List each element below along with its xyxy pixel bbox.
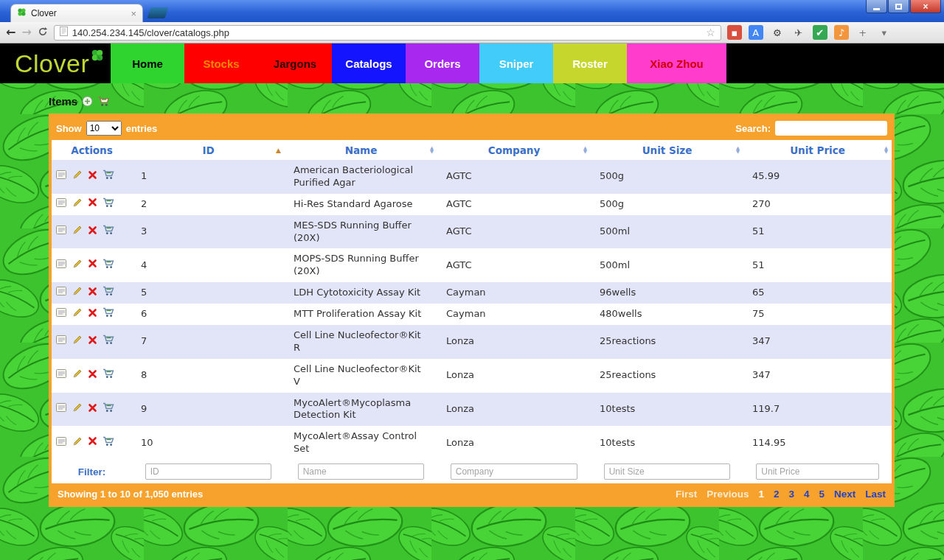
page-4[interactable]: 4 xyxy=(804,489,810,500)
address-bar[interactable]: 140.254.234.145/clover/catalogs.php ☆ xyxy=(54,25,721,41)
nav-sniper[interactable]: Sniper xyxy=(479,43,553,83)
nav-orders[interactable]: Orders xyxy=(406,43,479,83)
delete-icon[interactable] xyxy=(88,170,97,183)
green-extension-icon[interactable]: ✔ xyxy=(813,25,827,40)
edit-icon[interactable] xyxy=(72,307,83,321)
new-tab-button[interactable] xyxy=(148,7,169,18)
tab-close-icon[interactable]: × xyxy=(131,9,136,18)
delete-icon[interactable] xyxy=(88,335,97,349)
filter-unit-size-input[interactable] xyxy=(604,463,731,480)
pagination-last[interactable]: Last xyxy=(865,489,886,500)
add-to-cart-icon[interactable] xyxy=(103,286,115,300)
search-input[interactable] xyxy=(775,121,887,136)
edit-icon[interactable] xyxy=(72,169,83,183)
add-to-cart-icon[interactable] xyxy=(103,169,115,183)
filter-name-input[interactable] xyxy=(298,463,425,480)
delete-icon[interactable] xyxy=(88,225,97,239)
window-minimize-button[interactable] xyxy=(866,0,887,13)
delete-icon[interactable] xyxy=(88,259,97,272)
add-to-cart-icon[interactable] xyxy=(103,368,115,382)
view-icon[interactable] xyxy=(56,402,67,416)
cell-name: American Bacteriological Purified Agar xyxy=(285,160,437,194)
clover-logo[interactable]: Clover xyxy=(0,43,111,83)
edit-icon[interactable] xyxy=(72,225,83,239)
nav-xiao-zhou[interactable]: Xiao Zhou xyxy=(627,43,726,83)
view-icon[interactable] xyxy=(56,368,67,382)
view-icon[interactable] xyxy=(56,286,67,300)
add-to-cart-icon[interactable] xyxy=(103,259,115,273)
column-header-company[interactable]: Company▲▼ xyxy=(437,140,591,160)
nav-stocks[interactable]: Stocks xyxy=(184,43,258,83)
forward-button[interactable]: → xyxy=(21,27,31,38)
window-close-button[interactable]: × xyxy=(910,0,941,13)
view-icon[interactable] xyxy=(56,169,67,183)
delete-icon[interactable] xyxy=(88,287,97,300)
pagination-next[interactable]: Next xyxy=(834,489,856,500)
delete-icon[interactable] xyxy=(88,436,97,449)
filter-id-input[interactable] xyxy=(145,463,272,480)
nav-catalogs[interactable]: Catalogs xyxy=(332,43,406,83)
edit-icon[interactable] xyxy=(72,197,83,211)
cart-icon[interactable] xyxy=(97,96,111,107)
filter-company-input[interactable] xyxy=(451,463,577,480)
view-icon[interactable] xyxy=(56,197,67,211)
window-maximize-button[interactable] xyxy=(888,0,909,13)
edit-icon[interactable] xyxy=(72,368,83,382)
back-button[interactable]: ← xyxy=(6,27,15,38)
edit-icon[interactable] xyxy=(72,286,83,300)
pagination-first[interactable]: First xyxy=(676,489,697,500)
translate-extension-icon[interactable]: A xyxy=(749,25,763,40)
edit-icon[interactable] xyxy=(72,335,83,349)
bookmark-star-icon[interactable]: ☆ xyxy=(706,27,715,38)
delete-icon[interactable] xyxy=(88,369,97,382)
pagination-previous[interactable]: Previous xyxy=(707,489,749,500)
cell-unit-price: 45.99 xyxy=(743,160,892,194)
add-to-cart-icon[interactable] xyxy=(103,335,115,349)
refresh-button[interactable] xyxy=(38,27,48,39)
chevron-down-icon[interactable]: ▾ xyxy=(877,25,892,40)
page-2[interactable]: 2 xyxy=(774,489,780,500)
column-header-unit-price[interactable]: Unit Price▲▼ xyxy=(743,140,892,160)
add-to-cart-icon[interactable] xyxy=(103,402,115,416)
edit-icon[interactable] xyxy=(72,436,83,450)
column-header-id[interactable]: ID▲ xyxy=(132,140,285,160)
view-icon[interactable] xyxy=(56,225,67,239)
column-header-name[interactable]: Name▲▼ xyxy=(285,140,437,160)
show-entries-select[interactable]: 10 xyxy=(86,121,122,136)
cell-name: MycoAlert®Mycoplasma Detection Kit xyxy=(285,393,437,427)
add-button-icon[interactable]: + xyxy=(856,25,870,40)
page-5[interactable]: 5 xyxy=(819,489,825,500)
edit-icon[interactable] xyxy=(72,402,83,416)
browser-tab[interactable]: Clover × xyxy=(10,4,143,22)
page-1[interactable]: 1 xyxy=(758,489,764,500)
add-to-cart-icon[interactable] xyxy=(103,307,115,321)
view-icon[interactable] xyxy=(56,436,67,450)
add-to-cart-icon[interactable] xyxy=(103,197,115,211)
filter-unit-price-input[interactable] xyxy=(756,463,878,480)
table-row: 8 Cell Line Nucleofector®Kit V Lonza 25r… xyxy=(52,359,892,393)
gear-icon[interactable]: ⚙ xyxy=(770,25,785,40)
delete-icon[interactable] xyxy=(88,197,97,211)
edit-icon[interactable] xyxy=(72,259,83,273)
nav-roster[interactable]: Roster xyxy=(553,43,627,83)
delete-icon[interactable] xyxy=(88,308,97,321)
view-icon[interactable] xyxy=(56,335,67,349)
audio-extension-icon[interactable]: ♪ xyxy=(834,25,849,40)
cell-name: Cell Line Nucleofector®Kit R xyxy=(285,325,437,359)
add-to-cart-icon[interactable] xyxy=(103,225,115,239)
cell-name: MES-SDS Running Buffer (20X) xyxy=(285,215,437,249)
extension-red-icon[interactable]: ▪ xyxy=(727,25,742,40)
delete-icon[interactable] xyxy=(88,403,97,416)
page-3[interactable]: 3 xyxy=(788,489,794,500)
add-to-cart-icon[interactable] xyxy=(103,436,115,450)
cell-company: Lonza xyxy=(437,325,591,359)
cell-unit-size: 10tests xyxy=(591,393,743,427)
plane-extension-icon[interactable]: ✈ xyxy=(791,25,806,40)
nav-jargons[interactable]: Jargons xyxy=(258,43,332,83)
add-item-icon[interactable] xyxy=(82,96,93,107)
nav-home[interactable]: Home xyxy=(111,43,184,83)
view-icon[interactable] xyxy=(56,259,67,273)
view-icon[interactable] xyxy=(56,307,67,321)
column-header-unit-size[interactable]: Unit Size▲▼ xyxy=(591,140,743,160)
table-header-row: ActionsID▲Name▲▼Company▲▼Unit Size▲▼Unit… xyxy=(52,140,892,160)
